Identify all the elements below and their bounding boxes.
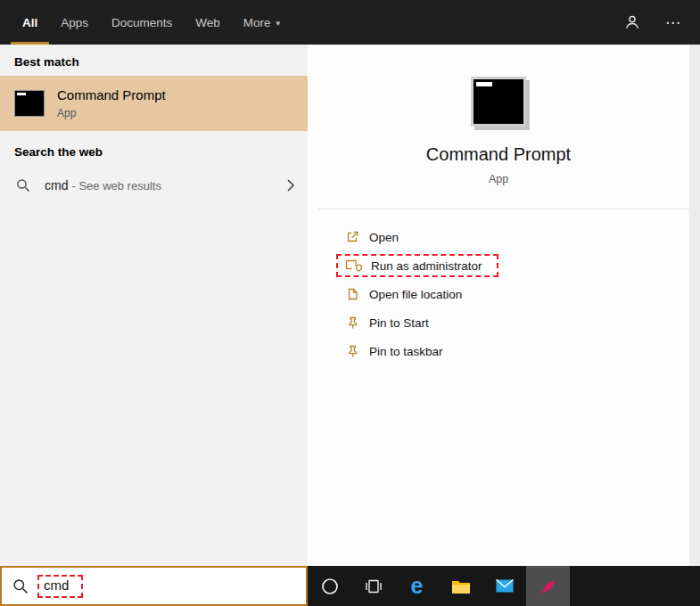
tab-web[interactable]: Web <box>184 0 232 45</box>
action-run-as-administrator[interactable]: Run as administrator <box>343 251 689 280</box>
action-pin-to-start[interactable]: Pin to Start <box>343 308 689 337</box>
scrollbar-track[interactable] <box>689 45 700 566</box>
action-pin-to-start-label: Pin to Start <box>369 316 429 330</box>
action-run-as-admin-label: Run as administrator <box>371 259 482 273</box>
windows-search-overlay: All Apps Documents Web More ▾ ⋯ <box>0 0 700 606</box>
taskbar-file-explorer-button[interactable] <box>439 566 482 606</box>
search-web-section-label: Search the web <box>0 131 308 166</box>
chevron-down-icon: ▾ <box>276 19 281 28</box>
taskbar: e <box>308 566 700 606</box>
best-match-section-label: Best match <box>0 45 308 76</box>
pin-icon <box>345 315 360 330</box>
tab-apps-label: Apps <box>49 0 100 45</box>
command-prompt-icon-large <box>471 77 526 127</box>
tab-documents-label: Documents <box>100 0 184 45</box>
action-pin-to-taskbar-label: Pin to taskbar <box>369 345 443 358</box>
web-result-query: cmd <box>45 178 68 192</box>
search-input-value: cmd <box>44 577 69 593</box>
action-open-file-location-label: Open file location <box>369 288 462 301</box>
app-subtitle: App <box>308 173 689 185</box>
search-input[interactable]: cmd <box>0 566 308 606</box>
pin-icon <box>345 344 360 358</box>
header-icons: ⋯ <box>624 0 682 45</box>
user-feedback-icon[interactable] <box>624 14 640 30</box>
taskbar-task-view-button[interactable] <box>351 566 395 606</box>
open-icon <box>345 230 360 244</box>
web-result-suffix: - See web results <box>71 179 161 192</box>
web-result-item[interactable]: cmd - See web results <box>0 166 308 205</box>
tab-more-label: More <box>243 16 271 29</box>
active-app-icon <box>539 577 557 595</box>
annotation-box-search-query: cmd <box>37 575 83 598</box>
taskbar-edge-button[interactable]: e <box>395 566 439 606</box>
results-panel: Best match Command Prompt App Search the… <box>0 45 308 566</box>
action-open-label: Open <box>369 231 399 244</box>
edge-icon: e <box>411 575 424 597</box>
app-actions-list: Open Run as administrator <box>308 223 689 365</box>
app-title: Command Prompt <box>308 144 689 165</box>
taskbar-active-app-button[interactable] <box>526 566 570 606</box>
best-match-item-command-prompt[interactable]: Command Prompt App <box>0 76 308 131</box>
taskbar-mail-button[interactable] <box>482 566 526 606</box>
divider <box>318 209 689 209</box>
tab-all[interactable]: All <box>11 0 49 45</box>
search-icon <box>16 178 30 192</box>
best-match-title: Command Prompt <box>57 87 166 102</box>
action-open-file-location[interactable]: Open file location <box>343 280 689 308</box>
mail-icon <box>496 579 514 593</box>
tab-apps[interactable]: Apps <box>49 0 100 45</box>
action-pin-to-taskbar[interactable]: Pin to taskbar <box>343 337 689 365</box>
file-explorer-icon <box>451 578 471 594</box>
chevron-right-icon[interactable] <box>286 178 295 192</box>
annotation-box-run-as-admin: Run as administrator <box>336 254 498 277</box>
taskbar-cortana-button[interactable] <box>308 566 351 606</box>
command-prompt-icon <box>14 90 45 117</box>
app-detail-panel: Command Prompt App Open <box>308 45 689 566</box>
tab-more[interactable]: More ▾ <box>232 0 292 45</box>
file-location-icon <box>345 287 360 301</box>
search-icon <box>12 578 29 594</box>
tab-all-label: All <box>11 0 49 45</box>
tab-web-label: Web <box>184 0 232 45</box>
more-options-icon[interactable]: ⋯ <box>665 15 682 30</box>
tab-documents[interactable]: Documents <box>100 0 184 45</box>
cortana-icon <box>321 577 339 595</box>
task-view-icon <box>365 577 383 595</box>
admin-shield-icon <box>345 258 362 273</box>
action-open[interactable]: Open <box>343 223 689 251</box>
search-filter-bar: All Apps Documents Web More ▾ ⋯ <box>0 0 700 45</box>
best-match-subtitle: App <box>57 107 166 119</box>
